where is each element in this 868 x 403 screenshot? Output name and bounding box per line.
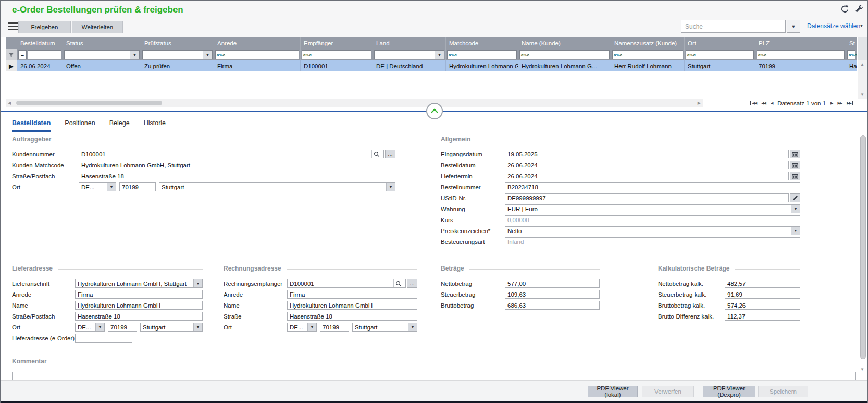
filter-plz[interactable]: a%c	[755, 49, 846, 60]
cell-pruefstatus[interactable]: Zu prüfen	[141, 60, 214, 71]
pager-next-button[interactable]: ▶	[830, 101, 833, 105]
pager-first-button[interactable]: ◀◀	[750, 101, 757, 105]
nettobetrag-kalk-field[interactable]: 482,57	[725, 279, 800, 288]
cell-strasse-clipped[interactable]: Ha	[846, 60, 857, 71]
land-dropdown[interactable]: DE...▼	[75, 323, 105, 332]
caret-down-icon[interactable]: ▼	[307, 323, 316, 331]
steuerbetrag-kalk-field[interactable]: 91,69	[725, 290, 800, 299]
filter-input[interactable]: a%c	[847, 50, 855, 59]
filter-funnel-icon[interactable]	[6, 49, 17, 60]
eingangsdatum-field[interactable]: 19.05.2025	[505, 150, 789, 158]
tab-belege[interactable]: Belege	[109, 119, 130, 132]
bruttobetrag-kalk-field[interactable]: 574,26	[725, 301, 800, 310]
rechnungsempfaenger-field[interactable]: D100001	[287, 279, 406, 288]
cell-empfaenger[interactable]: D100001	[301, 60, 373, 71]
search-input[interactable]	[681, 20, 786, 33]
tab-historie[interactable]: Historie	[144, 119, 166, 132]
nettobetrag-field[interactable]: 577,00	[505, 279, 600, 288]
calendar-icon[interactable]	[790, 150, 800, 158]
filter-pruefstatus[interactable]: ▼	[141, 49, 214, 60]
tab-bestelldaten[interactable]: Bestelldaten	[12, 119, 51, 132]
filter-status[interactable]: ▼	[63, 49, 141, 60]
weiterleiten-button[interactable]: Weiterleiten	[72, 21, 123, 33]
cell-land[interactable]: DE | Deutschland	[373, 60, 446, 71]
menu-icon[interactable]	[8, 22, 18, 30]
land-dropdown[interactable]: DE...▼	[287, 323, 317, 332]
cell-name-kunde[interactable]: Hydrokulturen Lohmann G...	[518, 60, 611, 71]
caret-down-icon[interactable]: ▼	[193, 279, 202, 287]
col-strasse-clipped[interactable]: St	[846, 37, 857, 49]
kundennummer-field[interactable]: D100001	[79, 150, 384, 158]
preiskennzeichen-dropdown[interactable]: Netto▼	[505, 226, 800, 235]
filter-input[interactable]: a%c	[612, 50, 683, 59]
land-dropdown[interactable]: DE...▼	[79, 182, 116, 191]
col-land[interactable]: Land	[373, 37, 446, 49]
filter-bestelldatum[interactable]: =	[17, 49, 63, 60]
filter-input[interactable]: a%c	[757, 50, 845, 59]
filter-empfaenger[interactable]: a%c	[301, 49, 373, 60]
search-icon[interactable]	[371, 150, 381, 158]
filter-strasse-clipped[interactable]: a%c	[846, 49, 857, 60]
ort-dropdown[interactable]: Stuttgart▼	[140, 323, 203, 332]
ort-dropdown[interactable]: Stuttgart▼	[159, 182, 395, 191]
caret-down-icon[interactable]: ▼	[435, 51, 444, 59]
cell-plz[interactable]: 70199	[755, 60, 846, 71]
pdf-viewer-dexpro-button[interactable]: PDF Viewer (Dexpro)	[703, 386, 755, 397]
filter-input[interactable]: a%c	[686, 50, 754, 59]
caret-down-icon[interactable]: ▼	[130, 51, 139, 59]
filter-ort[interactable]: a%c	[685, 49, 755, 60]
ustid-field[interactable]: DE999999997	[505, 193, 789, 202]
cell-matchcode[interactable]: Hydrokulturen Lohmann G...	[446, 60, 518, 71]
filter-input[interactable]: a%c	[215, 50, 299, 59]
filter-matchcode[interactable]: a%c	[446, 49, 518, 60]
filter-input[interactable]: a%c	[302, 50, 371, 59]
caret-down-icon[interactable]: ▼	[193, 323, 202, 331]
caret-down-icon[interactable]: ▼	[203, 51, 212, 59]
grid-vertical-scrollbar[interactable]: ▲ ▼	[858, 60, 867, 99]
strasse-field[interactable]: Hasenstraße 18	[75, 312, 203, 321]
cell-ort[interactable]: Stuttgart	[685, 60, 755, 71]
plz-field[interactable]: 70199	[108, 323, 137, 332]
caret-down-icon[interactable]: ▼	[860, 24, 863, 28]
brutto-differenz-kalk-field[interactable]: 112,37	[725, 312, 800, 321]
pager-next-page-button[interactable]: ▶▶	[837, 101, 842, 105]
lieferanschrift-dropdown[interactable]: Hydrokulturen Lohmann GmbH, Stuttgart▼	[75, 279, 203, 288]
ellipsis-button[interactable]: …	[407, 279, 417, 288]
filter-dropdown[interactable]: ▼	[64, 50, 140, 59]
liefertermin-field[interactable]: 26.06.2024	[505, 172, 789, 180]
filter-namenszusatz[interactable]: a%c	[611, 49, 685, 60]
scrollbar-thumb[interactable]	[16, 101, 162, 105]
wrench-icon[interactable]	[854, 5, 863, 14]
anrede-field[interactable]: Firma	[287, 290, 417, 299]
lieferadresse-eorder-field[interactable]	[75, 334, 132, 343]
col-ort[interactable]: Ort	[685, 37, 755, 49]
filter-dropdown[interactable]: ▼	[374, 50, 444, 59]
search-options-button[interactable]: ▼	[787, 20, 800, 33]
bruttobetrag-field[interactable]: 686,63	[505, 301, 600, 310]
kunden-matchcode-field[interactable]: Hydrokulturen Lohmann GmbH, Stuttgart	[79, 161, 395, 169]
equals-filter-icon[interactable]: =	[18, 50, 27, 59]
filter-input[interactable]: a%c	[447, 50, 517, 59]
col-bestelldatum[interactable]: Bestelldatum	[17, 37, 63, 49]
pager-last-button[interactable]: ▶▶	[847, 101, 853, 105]
plz-field[interactable]: 70199	[320, 323, 349, 332]
scroll-left-icon[interactable]: ◀	[6, 101, 13, 105]
col-anrede[interactable]: Anrede	[214, 37, 301, 49]
pager-prev-button[interactable]: ◀	[771, 101, 773, 105]
strasse-field[interactable]: Hasenstraße 18	[79, 172, 395, 180]
calendar-icon[interactable]	[790, 161, 800, 169]
pager-prev-page-button[interactable]: ◀◀	[761, 101, 766, 105]
freigeben-button[interactable]: Freigeben	[18, 21, 71, 33]
filter-input[interactable]: a%c	[519, 50, 610, 59]
speichern-button[interactable]: Speichern	[758, 386, 808, 397]
pdf-viewer-lokal-button[interactable]: PDF Viewer (lokal)	[588, 386, 638, 397]
tab-positionen[interactable]: Positionen	[65, 119, 95, 132]
ort-dropdown[interactable]: Stuttgart▼	[352, 323, 417, 332]
caret-down-icon[interactable]: ▼	[408, 323, 417, 331]
form-scrollbar-thumb[interactable]	[860, 135, 866, 359]
scroll-up-icon[interactable]: ▲	[860, 62, 864, 67]
col-status[interactable]: Status	[63, 37, 141, 49]
cell-bestelldatum[interactable]: 26.06.2024	[17, 60, 63, 71]
bestelldatum-field[interactable]: 26.06.2024	[505, 161, 789, 169]
col-matchcode[interactable]: Matchcode	[446, 37, 518, 49]
